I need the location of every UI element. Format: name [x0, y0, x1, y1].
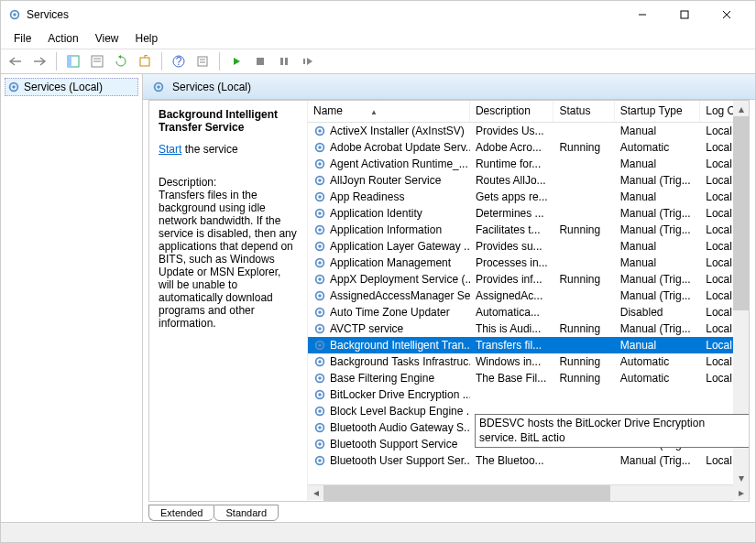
minimize-button[interactable]	[621, 1, 663, 28]
title-bar: Services	[1, 1, 755, 28]
content-header: Services (Local)	[143, 74, 755, 100]
service-row[interactable]: BitLocker Drive Encryption ...	[308, 386, 749, 403]
service-name: Background Intelligent Tran...	[330, 339, 470, 352]
export-button[interactable]	[134, 51, 156, 71]
service-name: Background Tasks Infrastruc...	[330, 355, 470, 368]
show-hide-tree-button[interactable]	[62, 51, 84, 71]
service-row[interactable]: Application IdentityDetermines ...Manual…	[308, 205, 749, 222]
service-row[interactable]: Application ManagementProcesses in...Man…	[308, 255, 749, 271]
col-name[interactable]: Name▲	[308, 101, 470, 122]
service-row[interactable]: AVCTP serviceThis is Audi...RunningManua…	[308, 320, 749, 337]
col-startup-type[interactable]: Startup Type	[615, 101, 700, 122]
refresh-button[interactable]	[110, 51, 132, 71]
service-name: Bluetooth Audio Gateway S...	[330, 421, 470, 434]
gear-icon	[7, 81, 20, 93]
scroll-down-icon[interactable]: ▾	[733, 470, 749, 485]
svg-rect-17	[257, 58, 264, 65]
service-row[interactable]: Application InformationFacilitates t...R…	[308, 222, 749, 238]
service-description: The Base Fil...	[470, 372, 554, 385]
service-status: Running	[553, 355, 614, 368]
status-bar	[1, 522, 755, 542]
service-row[interactable]: Agent Activation Runtime_...Runtime for.…	[308, 156, 749, 172]
forward-button[interactable]	[28, 51, 50, 71]
start-service-button[interactable]	[225, 51, 247, 71]
service-startup: Manual (Trig...	[615, 454, 700, 467]
scroll-left-icon[interactable]: ◂	[308, 485, 323, 501]
service-name: AVCTP service	[330, 322, 403, 335]
gear-icon	[313, 405, 326, 418]
service-status: Running	[553, 322, 614, 335]
service-startup: Manual	[615, 256, 700, 269]
service-description: Processes in...	[470, 256, 554, 269]
service-row[interactable]: Background Tasks Infrastruc...Windows in…	[308, 353, 749, 370]
properties-button[interactable]	[192, 51, 214, 71]
restart-service-button[interactable]	[297, 51, 319, 71]
service-row[interactable]: Auto Time Zone UpdaterAutomatica...Disab…	[308, 304, 749, 320]
gear-icon	[313, 207, 326, 220]
scroll-up-icon[interactable]: ▴	[733, 101, 749, 116]
column-headers: Name▲ Description Status Startup Type Lo…	[308, 101, 749, 123]
service-description: Transfers fil...	[470, 339, 554, 352]
svg-point-48	[318, 310, 322, 314]
description-label: Description:	[159, 176, 298, 189]
service-row[interactable]: ActiveX Installer (AxInstSV)Provides Us.…	[308, 123, 749, 139]
gear-icon	[313, 289, 326, 302]
service-row[interactable]: Adobe Acrobat Update Serv...Adobe Acro..…	[308, 139, 749, 156]
detail-pane: Background Intelligent Transfer Service …	[149, 101, 307, 501]
menu-help[interactable]: Help	[128, 30, 166, 47]
service-row[interactable]: App ReadinessGets apps re...ManualLocal …	[308, 189, 749, 205]
tab-standard[interactable]: Standard	[214, 505, 279, 521]
menu-view[interactable]: View	[88, 30, 126, 47]
svg-point-62	[318, 426, 322, 429]
service-row[interactable]: Application Layer Gateway ...Provides su…	[308, 238, 749, 255]
col-description[interactable]: Description	[470, 101, 554, 122]
close-button[interactable]	[706, 1, 748, 28]
scroll-thumb[interactable]	[733, 116, 749, 310]
gear-icon	[313, 141, 326, 154]
menu-action[interactable]: Action	[40, 30, 85, 47]
stop-service-button[interactable]	[249, 51, 271, 71]
scroll-thumb[interactable]	[323, 485, 610, 501]
gear-icon	[313, 355, 326, 368]
maximize-button[interactable]	[663, 1, 706, 28]
service-row[interactable]: AssignedAccessManager Se...AssignedAc...…	[308, 288, 749, 304]
content-header-label: Services (Local)	[172, 81, 251, 93]
service-status: Running	[553, 223, 614, 236]
service-row[interactable]: Bluetooth User Support Ser...The Bluetoo…	[308, 452, 749, 469]
service-description: Routes AllJo...	[470, 174, 554, 187]
service-startup: Manual (Trig...	[615, 223, 700, 236]
svg-rect-18	[280, 58, 283, 65]
service-description: Determines ...	[470, 207, 554, 220]
service-name: AssignedAccessManager Se...	[330, 289, 470, 302]
toolbar: ?	[1, 49, 755, 74]
service-description: The Bluetoo...	[470, 454, 554, 467]
svg-point-26	[318, 129, 322, 133]
service-list: Name▲ Description Status Startup Type Lo…	[307, 101, 749, 501]
service-startup: Manual	[615, 157, 700, 170]
service-row[interactable]: AllJoyn Router ServiceRoutes AllJo...Man…	[308, 172, 749, 189]
svg-point-50	[318, 327, 322, 331]
horizontal-scrollbar[interactable]: ◂ ▸	[308, 484, 749, 500]
service-description: Automatica...	[470, 306, 554, 319]
svg-point-44	[318, 277, 322, 281]
pause-service-button[interactable]	[273, 51, 295, 71]
service-startup: Disabled	[615, 306, 700, 319]
service-description: Gets apps re...	[470, 190, 554, 203]
service-row[interactable]: Base Filtering EngineThe Base Fil...Runn…	[308, 370, 749, 386]
service-row[interactable]: Background Intelligent Tran...Transfers …	[308, 337, 749, 353]
properties-icon[interactable]	[86, 51, 108, 71]
back-button[interactable]	[5, 51, 27, 71]
start-link[interactable]: Start	[159, 143, 181, 156]
col-status[interactable]: Status	[553, 101, 614, 122]
gear-icon	[313, 388, 326, 401]
service-row[interactable]: AppX Deployment Service (...Provides inf…	[308, 271, 749, 288]
detail-actions: Start the service	[159, 143, 298, 156]
scroll-right-icon[interactable]: ▸	[733, 485, 749, 501]
menu-file[interactable]: File	[6, 30, 38, 47]
help-button[interactable]: ?	[168, 51, 190, 71]
tree-item-services-local[interactable]: Services (Local)	[5, 78, 138, 96]
view-tabs: Extended Standard	[143, 502, 755, 522]
service-startup: Manual	[615, 125, 700, 137]
tab-extended[interactable]: Extended	[148, 505, 214, 521]
gear-icon	[313, 125, 326, 137]
